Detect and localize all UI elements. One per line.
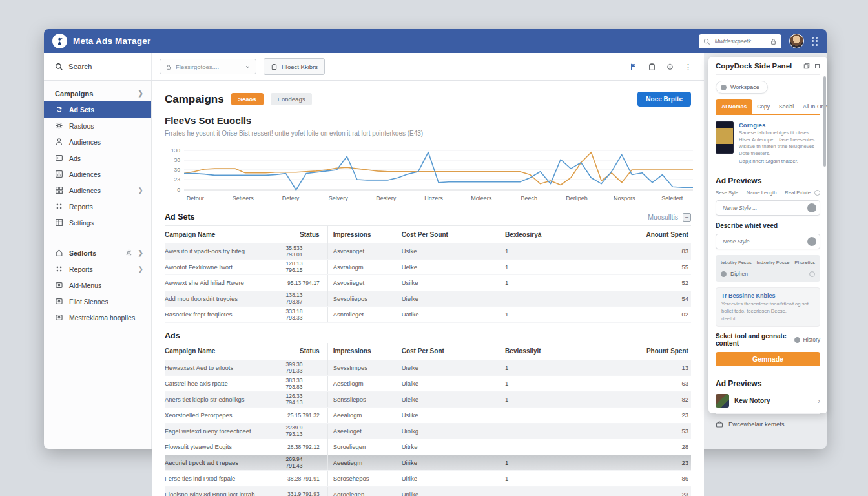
gear-icon	[55, 121, 63, 130]
table-cell: Aeealiogm	[328, 408, 402, 423]
table-row[interactable]: Hewavxest Aed to eiloots399.30 791.33Sev…	[165, 360, 691, 377]
table-cell: 126.33 794.13	[285, 392, 327, 408]
apps-grid-icon[interactable]	[812, 37, 819, 46]
column-header[interactable]: Campaign Name	[165, 343, 285, 360]
table-row[interactable]: Flowsulit yteawed Eogits28.38 792.12Soro…	[165, 439, 691, 455]
tip-title-link[interactable]: Tr Bessinne Knbies	[721, 293, 814, 299]
sidebar-item-ads[interactable]: Ads	[44, 150, 151, 166]
table-row[interactable]: Catstrel hee axis rpatte383.33 793.83Aes…	[165, 376, 691, 392]
focus-tab-label[interactable]: Phoretics	[794, 260, 815, 265]
badge-primary[interactable]: Seaos	[231, 93, 264, 105]
column-header[interactable]: Bevlossliyit	[486, 343, 586, 360]
history-control[interactable]: History	[794, 336, 820, 343]
grid-icon	[55, 186, 63, 194]
sidebar-secondary-item-fliot-sienoes[interactable]: Fliot Sienoes	[44, 293, 151, 309]
panel-scrollbar[interactable]	[823, 76, 826, 167]
global-search-box[interactable]	[699, 34, 781, 48]
table-row[interactable]: Rasoctiex frept freqilotes333.18 793.33A…	[165, 307, 691, 323]
preview-item-label: Kew Notory	[734, 397, 770, 404]
describe-field[interactable]	[716, 234, 820, 249]
panel-tab-copy[interactable]: Copy	[752, 100, 774, 113]
focus-option[interactable]: Diphen	[721, 271, 815, 277]
column-header[interactable]: Status	[285, 226, 327, 243]
sidebar-item-audiences[interactable]: Audiences	[44, 166, 151, 182]
sidebar-item-reports[interactable]: Reports	[44, 198, 151, 214]
column-header[interactable]: Cost Per Sount	[402, 226, 486, 243]
badge-secondary[interactable]: Eondeags	[271, 93, 313, 105]
table-row[interactable]: Fagel wetexd nieny toreecticeet2239.9 79…	[165, 424, 691, 440]
panel-tab-all-in-one[interactable]: All In-One	[798, 100, 832, 113]
table-row[interactable]: Aecuriel trpvclt wd t repaes269.94 791.4…	[165, 455, 691, 471]
workspace-pill[interactable]: Workspace	[716, 81, 768, 94]
ads-section-title: Ads	[165, 331, 180, 340]
flag-icon[interactable]	[630, 61, 638, 72]
sidebar-item-settings[interactable]: Settings	[44, 214, 151, 231]
sidebar-search[interactable]: Search	[44, 53, 152, 80]
column-header[interactable]: Impressions	[328, 343, 402, 360]
sidebar-item-audiences[interactable]: Audiences	[44, 134, 151, 150]
settings-target-icon[interactable]	[666, 61, 674, 72]
table-row[interactable]: Awes ito if vpadt-oos try biteg35.533 79…	[165, 243, 691, 260]
more-options-icon[interactable]: ⋮	[684, 63, 692, 71]
filter-dropdown[interactable]: Flessirgotoes....	[160, 59, 256, 74]
history-label: History	[803, 336, 820, 343]
history-dot	[794, 337, 800, 343]
table-cell: 1	[486, 275, 586, 291]
table-row[interactable]: Awwwxt she Aid hiliad Rwere95.13 794.17A…	[165, 275, 691, 291]
generate-button[interactable]: Gemnade	[716, 352, 820, 366]
filter-button[interactable]: Hloect Kkibrs	[264, 58, 325, 75]
sidebar-secondary-item-ald-menus[interactable]: Ald·Menus	[44, 277, 151, 293]
y-axis-tick: 30	[165, 157, 180, 163]
table-row[interactable]: Awootot Fexlilowne Iwort128.13 796.15Asv…	[165, 260, 691, 276]
sidebar-item-rastoos[interactable]: Rastoos	[44, 118, 151, 134]
column-header[interactable]: Anount Spent	[586, 226, 691, 243]
clipboard-icon[interactable]	[648, 61, 656, 72]
column-header[interactable]: Impressions	[328, 226, 402, 243]
table-cell: 52	[586, 275, 691, 291]
info-circle-icon[interactable]	[814, 190, 820, 196]
table-cell: 35.533 793.01	[285, 243, 327, 259]
describe-input[interactable]	[721, 238, 807, 245]
table-row[interactable]: Xeorstoelled Perorpepes25.15 791.32Aeeal…	[165, 408, 691, 424]
table-row[interactable]: Ferse ties ind Pxod fspale38.28 791.91Se…	[165, 471, 691, 487]
create-button[interactable]: Noee Brptte	[637, 92, 691, 107]
bottom-list-item[interactable]: Ewcewhelair kemets	[716, 420, 820, 428]
user-avatar[interactable]	[789, 34, 804, 48]
table-cell: 269.94 791.43	[285, 455, 327, 471]
table-row[interactable]: Add mou tloorsdrit truyoies138.13 793.87…	[165, 291, 691, 307]
global-search-input[interactable]	[714, 37, 767, 45]
sidebar-secondary-item-reports[interactable]: Reports❯	[44, 261, 151, 277]
name-style-input[interactable]	[721, 204, 807, 212]
input-action-button[interactable]	[807, 203, 816, 212]
preview-list-item[interactable]: Kew Notory ›	[716, 394, 820, 414]
panel-tab-ai-nomas[interactable]: AI Nomas	[716, 99, 752, 114]
sidebar-item-campaigns[interactable]: Campaigns❯	[44, 85, 151, 101]
sidebar-item-label: Audiences	[69, 187, 101, 194]
sidebar-secondary-item-mestreklama-hooplies[interactable]: Mestreklama hooplies	[44, 309, 151, 326]
adsets-action[interactable]: Muosulltis –	[648, 213, 691, 222]
divider	[44, 238, 151, 238]
collapse-icon[interactable]: –	[683, 213, 691, 222]
input-action-button[interactable]	[807, 237, 816, 246]
column-header[interactable]: Cost Per Sont	[402, 343, 486, 360]
adsets-action-label: Muosulltis	[648, 213, 678, 221]
sidebar-item-audiences[interactable]: Audiences❯	[44, 182, 151, 198]
name-style-field[interactable]	[716, 200, 820, 216]
table-row[interactable]: Aners tiet kieplo str ednollkgs126.33 79…	[165, 392, 691, 408]
filter-button-label: Hloect Kkibrs	[282, 63, 318, 70]
focus-tab-label[interactable]: Indxeliry Focse	[756, 260, 789, 265]
sidebar-item-ad-sets[interactable]: Ad Sets	[44, 101, 151, 118]
table-row[interactable]: Floolspo Niay 8d Bnpg loct jptrah331.9 7…	[165, 487, 691, 496]
gear-badge-icon[interactable]: ❯	[125, 249, 143, 257]
column-header[interactable]: Phount Spent	[586, 343, 691, 360]
radio-icon[interactable]	[809, 271, 815, 277]
restore-window-icon[interactable]	[803, 60, 810, 72]
panel-tab-secial[interactable]: Secial	[774, 100, 798, 113]
maximize-window-icon[interactable]	[814, 60, 820, 72]
column-header[interactable]: Status	[285, 343, 327, 360]
sidebar-secondary-item-sedlorts[interactable]: Sedlorts❯	[44, 245, 151, 261]
card-title-link[interactable]: Corngies	[739, 121, 820, 129]
column-header[interactable]: Bexleosiryà	[486, 226, 586, 243]
focus-tab-label[interactable]: tebutiry Fesus	[721, 260, 752, 265]
column-header[interactable]: Campaign Name	[165, 226, 285, 243]
